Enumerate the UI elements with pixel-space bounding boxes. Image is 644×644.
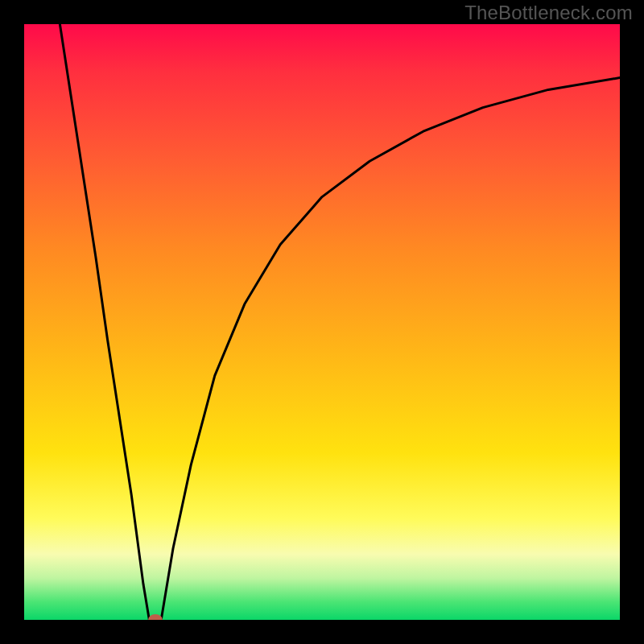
plot-area (24, 24, 620, 620)
watermark-text: TheBottleneck.com (464, 2, 633, 24)
chart-outer: TheBottleneck.com (0, 0, 644, 644)
minimum-marker (148, 614, 163, 620)
bottleneck-curve (24, 24, 620, 620)
curve-path (60, 24, 620, 620)
